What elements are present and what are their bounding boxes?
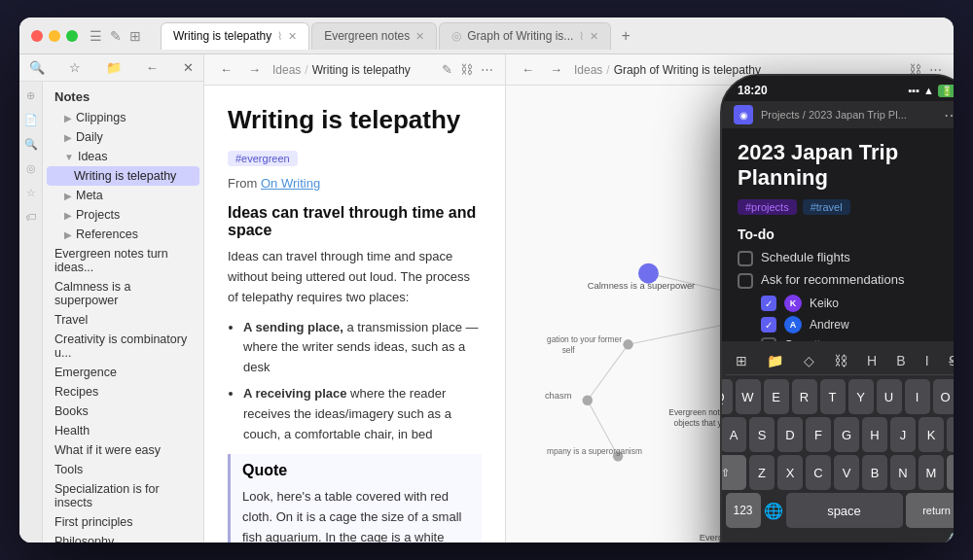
key-a[interactable]: A [722, 417, 746, 452]
key-d[interactable]: D [777, 417, 803, 452]
graph-back-button[interactable]: ← [518, 60, 538, 79]
left-icon-star[interactable]: ☆ [26, 187, 36, 199]
key-globe[interactable]: 🌐 [764, 493, 783, 528]
sidebar-toggle-icon[interactable]: ☰ [90, 28, 102, 44]
sidebar-item-tools[interactable]: Tools [47, 460, 199, 479]
left-icon-tag[interactable]: 🏷 [25, 211, 36, 223]
layout-icon[interactable]: ⊞ [129, 28, 141, 44]
back-icon[interactable]: ← [146, 60, 159, 75]
key-g[interactable]: G [834, 417, 859, 452]
sidebar-item-health[interactable]: Health [47, 421, 199, 440]
forward-button[interactable]: → [244, 60, 265, 79]
key-m[interactable]: M [919, 455, 944, 490]
checkbox-andrew[interactable]: ✓ [761, 317, 776, 332]
sub-andrew[interactable]: ✓ A Andrew [761, 316, 954, 333]
key-numbers[interactable]: 123 [726, 493, 761, 528]
checkbox-flights[interactable] [738, 251, 753, 266]
tag-travel[interactable]: #travel [803, 199, 850, 215]
left-icon-files[interactable]: 📄 [24, 114, 38, 126]
sidebar-item-references[interactable]: ▶ References [47, 225, 199, 244]
key-o[interactable]: O [933, 379, 955, 414]
sidebar-item-recipes[interactable]: Recipes [47, 382, 199, 402]
link-icon[interactable]: ⛓ [460, 62, 473, 77]
checkbox-keiko[interactable]: ✓ [761, 296, 776, 311]
key-k[interactable]: K [919, 417, 944, 452]
tab-writing-is-telepathy[interactable]: Writing is telepathy ⌇ ✕ [161, 22, 309, 50]
sidebar-item-calmness[interactable]: Calmness is a superpower [47, 277, 199, 310]
bookmark-icon[interactable]: ☆ [69, 60, 81, 75]
tool-italic[interactable]: I [919, 351, 935, 370]
tool-link[interactable]: ⛓ [828, 351, 853, 370]
tab-graph[interactable]: ◎ Graph of Writing is... ⌇ ✕ [439, 22, 611, 50]
sub-keiko[interactable]: ✓ K Keiko [761, 295, 954, 312]
sidebar-item-writing-is-telepathy[interactable]: Writing is telepathy [47, 166, 199, 186]
tool-strikethrough[interactable]: S̶ [943, 351, 954, 370]
todo-ask-recommendations[interactable]: Ask for recommendations [738, 272, 954, 289]
sidebar-item-specialization[interactable]: Specialization is for insects [47, 479, 199, 512]
close-sidebar-icon[interactable]: ✕ [183, 60, 194, 75]
left-icon-search[interactable]: ⊕ [26, 89, 35, 102]
phone-more-icon[interactable]: ⋯ [944, 106, 954, 124]
folder-icon[interactable]: 📁 [106, 60, 122, 75]
key-i[interactable]: I [905, 379, 930, 414]
back-button[interactable]: ← [216, 60, 236, 79]
sidebar-item-projects[interactable]: ▶ Projects [47, 205, 199, 225]
sidebar-item-creativity[interactable]: Creativity is combinatory u... [47, 330, 199, 363]
sidebar-item-clippings[interactable]: ▶ Clippings [47, 108, 199, 127]
key-y[interactable]: Y [848, 379, 874, 414]
sidebar-item-what-if[interactable]: What if it were easy [47, 440, 199, 460]
key-j[interactable]: J [890, 417, 916, 452]
key-f[interactable]: F [806, 417, 831, 452]
tool-table[interactable]: ⊞ [730, 351, 753, 370]
key-z[interactable]: Z [749, 455, 775, 490]
key-l[interactable]: L [947, 417, 954, 452]
new-note-icon[interactable]: ✎ [110, 28, 122, 44]
left-icon-search2[interactable]: 🔍 [24, 138, 38, 151]
sidebar-item-first-principles[interactable]: First principles [47, 512, 199, 532]
key-h[interactable]: H [862, 417, 887, 452]
tag-projects[interactable]: #projects [738, 199, 797, 215]
more-icon[interactable]: ⋯ [481, 62, 493, 77]
on-writing-link[interactable]: On Writing [261, 176, 320, 191]
fullscreen-button[interactable] [66, 30, 78, 42]
sidebar-item-philosophy[interactable]: Philosophy [47, 532, 199, 542]
key-n[interactable]: N [890, 455, 916, 490]
key-shift[interactable]: ⇧ [722, 455, 746, 490]
key-b[interactable]: B [862, 455, 887, 490]
search-icon[interactable]: 🔍 [29, 60, 45, 75]
tab-close-evergreen[interactable]: ✕ [415, 30, 424, 43]
tab-close-writing[interactable]: ✕ [288, 30, 297, 43]
tool-bold[interactable]: B [890, 351, 911, 370]
key-w[interactable]: W [736, 379, 761, 414]
graph-forward-button[interactable]: → [546, 60, 566, 79]
key-e[interactable]: E [764, 379, 789, 414]
key-return[interactable]: return [906, 493, 955, 528]
sidebar-item-daily[interactable]: ▶ Daily [47, 127, 199, 147]
key-s[interactable]: S [749, 417, 775, 452]
key-c[interactable]: C [806, 455, 831, 490]
mic-icon[interactable]: 🎤 [940, 532, 954, 542]
left-icon-graph[interactable]: ◎ [26, 162, 36, 175]
tab-evergreen-notes[interactable]: Evergreen notes ✕ [311, 22, 437, 50]
new-tab-button[interactable]: + [613, 27, 637, 45]
key-backspace[interactable]: ⌫ [947, 455, 954, 490]
key-u[interactable]: U [877, 379, 902, 414]
key-r[interactable]: R [792, 379, 817, 414]
key-v[interactable]: V [834, 455, 859, 490]
sidebar-item-emergence[interactable]: Emergence [47, 363, 199, 382]
note-tag[interactable]: #evergreen [228, 151, 298, 166]
tab-close-graph[interactable]: ✕ [590, 30, 598, 43]
breadcrumb-ideas[interactable]: Ideas [272, 63, 301, 77]
todo-schedule-flights[interactable]: Schedule flights [738, 250, 954, 266]
graph-breadcrumb-ideas[interactable]: Ideas [574, 63, 602, 77]
checkbox-recommendations[interactable] [738, 273, 753, 289]
tool-heading[interactable]: H [861, 351, 883, 370]
sidebar-item-books[interactable]: Books [47, 402, 199, 421]
key-t[interactable]: T [820, 379, 846, 414]
close-button[interactable] [31, 30, 43, 42]
sidebar-item-evergreen-notes[interactable]: Evergreen notes turn ideas... [47, 244, 199, 277]
tool-tag[interactable]: ◇ [798, 351, 820, 370]
sidebar-item-travel[interactable]: Travel [47, 310, 199, 330]
key-q[interactable]: Q [722, 379, 733, 414]
minimize-button[interactable] [49, 30, 60, 42]
